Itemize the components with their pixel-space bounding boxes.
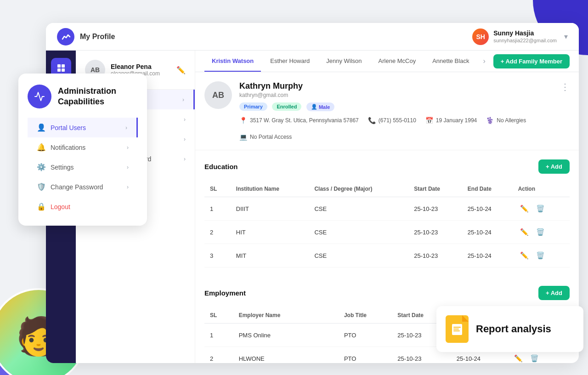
allergy-icon: ⚕️ bbox=[486, 117, 494, 124]
employment-title: Employment bbox=[204, 289, 246, 297]
education-table: SL Institution Name Class / Degree (Majo… bbox=[204, 181, 570, 267]
app-header: My Profile SH Sunny Hasjia sunnyhasjia22… bbox=[46, 23, 579, 51]
nav-item-portal-users[interactable]: 👤 Portal Users › bbox=[28, 118, 138, 137]
header-user[interactable]: SH Sunny Hasjia sunnyhasjia222@gmail.com… bbox=[472, 28, 568, 45]
phone-icon: 📞 bbox=[368, 117, 376, 124]
admin-overlay: Administration Capabilities 👤 Portal Use… bbox=[18, 74, 147, 226]
meta-portal: 💻 No Portal Access bbox=[239, 133, 292, 141]
delete-icon[interactable]: 🗑️ bbox=[534, 226, 547, 238]
table-row: 1 DIIIT CSE 25-10-23 25-10-24 ✏️ 🗑️ bbox=[204, 197, 570, 221]
table-row: 3 MIT CSE 25-10-23 25-10-24 ✏️ 🗑️ bbox=[204, 244, 570, 267]
notifications-icon: 🔔 bbox=[37, 143, 46, 152]
tab-kristin-watson[interactable]: Kristin Watson bbox=[204, 51, 261, 72]
settings-icon: ⚙️ bbox=[37, 163, 46, 171]
education-section: Education + Add SL Institution Name Clas… bbox=[195, 150, 579, 277]
tab-annette-black[interactable]: Annette Black bbox=[425, 51, 476, 72]
patient-avatar: AB bbox=[204, 81, 232, 109]
portal-users-icon: 👤 bbox=[37, 123, 46, 132]
edu-col-class: Class / Degree (Major) bbox=[309, 181, 408, 197]
meta-dob: 📅 19 January 1994 bbox=[425, 117, 477, 124]
user-name: Sunny Hasjia bbox=[493, 29, 557, 37]
change-password-icon: 🛡️ bbox=[37, 182, 46, 191]
nav-arrow: › bbox=[127, 164, 129, 170]
chevron-down-icon: ▾ bbox=[564, 32, 568, 41]
edu-col-end: End Date bbox=[462, 181, 513, 197]
user-avatar: SH bbox=[472, 28, 489, 45]
svg-rect-4 bbox=[57, 64, 61, 68]
report-title: Report analysis bbox=[476, 323, 551, 335]
admin-overlay-header: Administration Capabilities bbox=[28, 85, 138, 108]
portal-icon: 💻 bbox=[239, 133, 247, 141]
emp-col-title: Job Title bbox=[339, 307, 392, 324]
nav-arrow: › bbox=[125, 125, 127, 131]
edu-col-sl: SL bbox=[204, 181, 231, 197]
tab-jenny-wilson[interactable]: Jenny Wilson bbox=[319, 51, 369, 72]
user-info: Sunny Hasjia sunnyhasjia222@gmail.com bbox=[493, 29, 557, 44]
location-icon: 📍 bbox=[239, 117, 247, 124]
patient-name: Kathryn Murphy bbox=[239, 81, 553, 91]
patient-email: kathryn@gmail.com bbox=[239, 92, 553, 98]
header-logo: My Profile bbox=[57, 28, 115, 45]
badge-primary: Primary bbox=[239, 102, 267, 111]
tab-esther-howard[interactable]: Esther Howard bbox=[263, 51, 317, 72]
nav-arrow: › bbox=[127, 144, 129, 151]
nav-item-logout[interactable]: 🔒 Logout bbox=[28, 197, 138, 216]
admin-icon bbox=[28, 85, 51, 108]
badge-male: 👤 Male bbox=[306, 102, 334, 111]
patient-badges: Primary Enrolled 👤 Male bbox=[239, 102, 553, 111]
edit-icon[interactable]: ✏️ bbox=[518, 226, 531, 238]
patient-more-icon[interactable]: ⋮ bbox=[560, 81, 570, 92]
employment-header: Employment + Add bbox=[204, 286, 570, 300]
edit-icon[interactable]: ✏️ bbox=[176, 66, 186, 74]
nav-arrow: › bbox=[127, 184, 129, 190]
svg-rect-2 bbox=[453, 329, 459, 330]
meta-phone: 📞 (671) 555-0110 bbox=[368, 117, 416, 124]
user-email: sunnyhasjia222@gmail.com bbox=[493, 37, 557, 44]
nav-item-change-password[interactable]: 🛡️ Change Password › bbox=[28, 177, 138, 197]
employment-add-button[interactable]: + Add bbox=[538, 286, 570, 300]
tab-arlene-mccoy[interactable]: Arlene McCoy bbox=[371, 51, 424, 72]
edu-col-institution: Institution Name bbox=[231, 181, 309, 197]
delete-icon[interactable]: 🗑️ bbox=[528, 352, 541, 363]
report-card: Report analysis bbox=[436, 306, 583, 352]
meta-address: 📍 3517 W. Gray St. Utica, Pennsylvania 5… bbox=[239, 117, 359, 124]
logout-icon: 🔒 bbox=[37, 202, 46, 211]
patient-meta: 📍 3517 W. Gray St. Utica, Pennsylvania 5… bbox=[239, 117, 553, 141]
svg-rect-3 bbox=[453, 330, 460, 331]
admin-title: Administration Capabilities bbox=[58, 86, 138, 108]
header-title: My Profile bbox=[80, 33, 115, 41]
education-add-button[interactable]: + Add bbox=[538, 159, 570, 174]
svg-rect-6 bbox=[57, 68, 61, 72]
education-title: Education bbox=[204, 163, 238, 170]
tabs-more-icon[interactable]: › bbox=[478, 51, 490, 72]
svg-rect-1 bbox=[453, 327, 461, 328]
calendar-icon: 📅 bbox=[425, 117, 433, 124]
report-icon bbox=[446, 315, 469, 343]
edit-icon[interactable]: ✏️ bbox=[518, 203, 531, 215]
meta-allergies: ⚕️ No Allergies bbox=[486, 117, 526, 124]
tabs-bar: Kristin Watson Esther Howard Jenny Wilso… bbox=[195, 51, 579, 72]
profile-name: Eleanor Pena bbox=[111, 63, 160, 70]
patient-profile-card: AB Kathryn Murphy kathryn@gmail.com Prim… bbox=[195, 72, 579, 150]
nav-item-settings[interactable]: ⚙️ Settings › bbox=[28, 157, 138, 177]
add-family-button[interactable]: + Add Family Member bbox=[493, 54, 570, 68]
edit-icon[interactable]: ✏️ bbox=[518, 250, 531, 261]
svg-rect-7 bbox=[62, 68, 65, 72]
patient-info: Kathryn Murphy kathryn@gmail.com Primary… bbox=[239, 81, 553, 141]
delete-icon[interactable]: 🗑️ bbox=[534, 203, 547, 215]
edit-icon[interactable]: ✏️ bbox=[512, 352, 525, 363]
badge-enrolled: Enrolled bbox=[272, 102, 301, 111]
svg-rect-5 bbox=[62, 64, 65, 68]
emp-col-employer: Employer Name bbox=[233, 307, 339, 324]
emp-col-sl: SL bbox=[204, 307, 233, 324]
table-row: 2 HIT CSE 25-10-23 25-10-24 ✏️ 🗑️ bbox=[204, 221, 570, 244]
logo-icon bbox=[57, 28, 74, 45]
edu-col-action: Action bbox=[513, 181, 570, 197]
nav-item-notifications[interactable]: 🔔 Notifications › bbox=[28, 137, 138, 157]
delete-icon[interactable]: 🗑️ bbox=[534, 250, 547, 261]
edu-col-start: Start Date bbox=[408, 181, 462, 197]
education-header: Education + Add bbox=[204, 159, 570, 174]
